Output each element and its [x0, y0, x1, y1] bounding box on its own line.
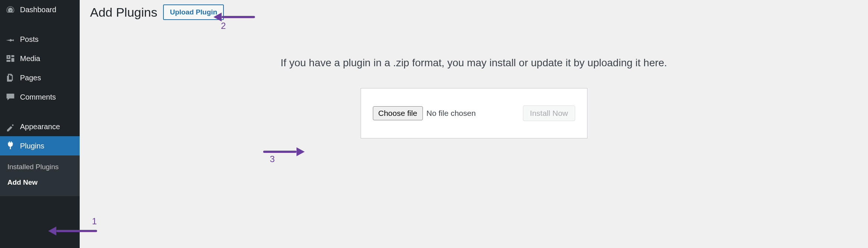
sidebar-item-pages[interactable]: Pages: [0, 68, 80, 87]
menu-label: Media: [20, 54, 40, 63]
sidebar-item-plugins[interactable]: Plugins: [0, 136, 80, 155]
annotation-arrow-1: [48, 227, 97, 235]
menu-label: Appearance: [20, 123, 60, 131]
file-input-group: Choose file No file chosen: [373, 106, 476, 120]
arrow-left-icon: [213, 13, 222, 21]
plugins-submenu: Installed Plugins Add New: [0, 155, 80, 196]
pushpin-icon: [5, 34, 16, 44]
sidebar-item-appearance[interactable]: Appearance: [0, 117, 80, 136]
dashboard-icon: [5, 4, 16, 15]
page-title: Add Plugins: [90, 5, 157, 20]
choose-file-button[interactable]: Choose file: [373, 106, 423, 120]
arrow-right-icon: [296, 147, 305, 156]
submenu-add-new[interactable]: Add New: [0, 175, 80, 190]
menu-label: Plugins: [20, 142, 44, 150]
menu-label: Posts: [20, 35, 39, 44]
annotation-label-3: 3: [270, 154, 275, 164]
sidebar-item-media[interactable]: Media: [0, 49, 80, 68]
heading-row: Add Plugins Upload Plugin: [90, 0, 858, 20]
annotation-arrow-2: [213, 13, 255, 21]
submenu-installed-plugins[interactable]: Installed Plugins: [0, 159, 80, 175]
upload-instruction-text: If you have a plugin in a .zip format, y…: [90, 57, 858, 69]
no-file-chosen-text: No file chosen: [427, 109, 476, 118]
arrow-left-icon: [48, 227, 56, 235]
main-content: Add Plugins Upload Plugin If you have a …: [80, 0, 868, 248]
arrow-line: [56, 230, 97, 232]
arrow-line: [263, 151, 296, 153]
menu-label: Comments: [20, 93, 56, 101]
sidebar-item-dashboard[interactable]: Dashboard: [0, 0, 80, 19]
upload-panel: Choose file No file chosen Install Now: [361, 88, 587, 138]
annotation-arrow-3: [263, 147, 305, 156]
admin-sidebar: Dashboard Posts Media Pages Comments App…: [0, 0, 80, 248]
comments-icon: [5, 92, 16, 102]
annotation-label-2: 2: [221, 21, 226, 31]
arrow-line: [222, 16, 255, 18]
pages-icon: [5, 73, 16, 83]
install-now-button[interactable]: Install Now: [523, 105, 575, 121]
appearance-icon: [5, 121, 16, 132]
sidebar-item-comments[interactable]: Comments: [0, 87, 80, 107]
menu-label: Pages: [20, 74, 41, 82]
plugins-icon: [5, 141, 16, 151]
annotation-label-1: 1: [92, 216, 97, 227]
menu-label: Dashboard: [20, 6, 56, 14]
media-icon: [5, 53, 16, 64]
sidebar-item-posts[interactable]: Posts: [0, 30, 80, 49]
